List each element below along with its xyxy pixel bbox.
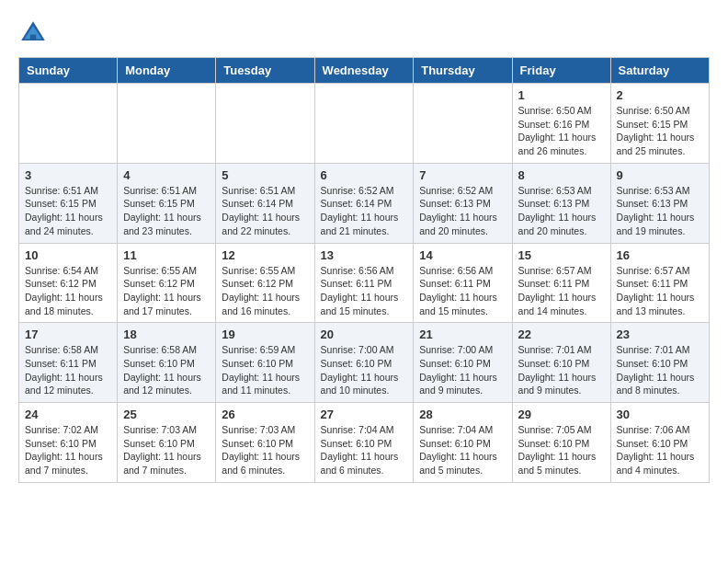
day-number: 1	[518, 88, 605, 102]
calendar-cell: 21Sunrise: 7:00 AM Sunset: 6:10 PM Dayli…	[414, 323, 512, 403]
day-number: 30	[617, 408, 703, 421]
day-info: Sunrise: 7:04 AM Sunset: 6:10 PM Dayligh…	[321, 423, 408, 477]
calendar-cell: 10Sunrise: 6:54 AM Sunset: 6:12 PM Dayli…	[19, 243, 118, 323]
calendar-cell: 7Sunrise: 6:52 AM Sunset: 6:13 PM Daylig…	[414, 163, 512, 243]
day-number: 25	[123, 408, 210, 421]
day-number: 26	[222, 408, 308, 421]
day-number: 9	[617, 168, 703, 182]
day-info: Sunrise: 7:03 AM Sunset: 6:10 PM Dayligh…	[222, 423, 308, 477]
calendar-week-row: 1Sunrise: 6:50 AM Sunset: 6:16 PM Daylig…	[19, 84, 710, 164]
day-info: Sunrise: 6:59 AM Sunset: 6:10 PM Dayligh…	[222, 343, 308, 397]
day-number: 5	[222, 168, 308, 182]
day-number: 18	[123, 327, 210, 341]
calendar-cell: 27Sunrise: 7:04 AM Sunset: 6:10 PM Dayli…	[314, 403, 414, 483]
day-info: Sunrise: 7:00 AM Sunset: 6:10 PM Dayligh…	[419, 343, 506, 397]
day-info: Sunrise: 7:02 AM Sunset: 6:10 PM Dayligh…	[25, 423, 111, 477]
calendar-cell: 1Sunrise: 6:50 AM Sunset: 6:16 PM Daylig…	[512, 84, 610, 164]
calendar-cell	[118, 84, 216, 164]
day-info: Sunrise: 6:51 AM Sunset: 6:14 PM Dayligh…	[222, 184, 308, 238]
logo	[18, 18, 51, 48]
calendar-cell	[216, 84, 314, 164]
day-info: Sunrise: 6:56 AM Sunset: 6:11 PM Dayligh…	[321, 264, 408, 318]
weekday-header: Wednesday	[314, 58, 414, 84]
day-info: Sunrise: 7:00 AM Sunset: 6:10 PM Dayligh…	[321, 343, 408, 397]
day-info: Sunrise: 6:52 AM Sunset: 6:13 PM Dayligh…	[419, 184, 506, 238]
day-info: Sunrise: 6:55 AM Sunset: 6:12 PM Dayligh…	[123, 264, 210, 318]
calendar-cell: 5Sunrise: 6:51 AM Sunset: 6:14 PM Daylig…	[216, 163, 314, 243]
day-info: Sunrise: 6:54 AM Sunset: 6:12 PM Dayligh…	[25, 264, 111, 318]
calendar-cell: 26Sunrise: 7:03 AM Sunset: 6:10 PM Dayli…	[216, 403, 314, 483]
calendar-cell: 28Sunrise: 7:04 AM Sunset: 6:10 PM Dayli…	[414, 403, 512, 483]
day-number: 15	[518, 248, 605, 262]
calendar-cell: 6Sunrise: 6:52 AM Sunset: 6:14 PM Daylig…	[314, 163, 414, 243]
day-number: 2	[617, 88, 703, 102]
calendar-cell: 3Sunrise: 6:51 AM Sunset: 6:15 PM Daylig…	[19, 163, 118, 243]
weekday-header: Monday	[118, 58, 216, 84]
page-header	[18, 18, 710, 48]
day-info: Sunrise: 6:52 AM Sunset: 6:14 PM Dayligh…	[321, 184, 408, 238]
day-number: 23	[617, 327, 703, 341]
day-number: 14	[419, 248, 506, 262]
day-number: 7	[419, 168, 506, 182]
day-number: 28	[419, 408, 506, 421]
day-info: Sunrise: 6:51 AM Sunset: 6:15 PM Dayligh…	[123, 184, 210, 238]
day-number: 11	[123, 248, 210, 262]
day-info: Sunrise: 6:58 AM Sunset: 6:11 PM Dayligh…	[25, 343, 111, 397]
day-info: Sunrise: 6:55 AM Sunset: 6:12 PM Dayligh…	[222, 264, 308, 318]
day-number: 4	[123, 168, 210, 182]
calendar-cell: 16Sunrise: 6:57 AM Sunset: 6:11 PM Dayli…	[610, 243, 709, 323]
day-info: Sunrise: 6:57 AM Sunset: 6:11 PM Dayligh…	[518, 264, 605, 318]
weekday-header: Saturday	[610, 58, 709, 84]
calendar-cell: 17Sunrise: 6:58 AM Sunset: 6:11 PM Dayli…	[19, 323, 118, 403]
day-info: Sunrise: 6:51 AM Sunset: 6:15 PM Dayligh…	[25, 184, 111, 238]
day-number: 27	[321, 408, 408, 421]
calendar-cell: 23Sunrise: 7:01 AM Sunset: 6:10 PM Dayli…	[610, 323, 709, 403]
calendar-header-row: SundayMondayTuesdayWednesdayThursdayFrid…	[19, 58, 710, 84]
day-number: 3	[25, 168, 111, 182]
calendar-cell	[414, 84, 512, 164]
calendar-cell: 25Sunrise: 7:03 AM Sunset: 6:10 PM Dayli…	[118, 403, 216, 483]
day-number: 6	[321, 168, 408, 182]
svg-rect-2	[30, 35, 36, 40]
day-info: Sunrise: 6:50 AM Sunset: 6:15 PM Dayligh…	[617, 104, 703, 158]
day-number: 16	[617, 248, 703, 262]
day-info: Sunrise: 7:04 AM Sunset: 6:10 PM Dayligh…	[419, 423, 506, 477]
weekday-header: Sunday	[19, 58, 118, 84]
calendar-cell: 20Sunrise: 7:00 AM Sunset: 6:10 PM Dayli…	[314, 323, 414, 403]
weekday-header: Tuesday	[216, 58, 314, 84]
day-info: Sunrise: 7:03 AM Sunset: 6:10 PM Dayligh…	[123, 423, 210, 477]
calendar-cell: 4Sunrise: 6:51 AM Sunset: 6:15 PM Daylig…	[118, 163, 216, 243]
day-number: 24	[25, 408, 111, 421]
day-info: Sunrise: 7:05 AM Sunset: 6:10 PM Dayligh…	[518, 423, 605, 477]
day-info: Sunrise: 7:01 AM Sunset: 6:10 PM Dayligh…	[518, 343, 605, 397]
weekday-header: Friday	[512, 58, 610, 84]
day-number: 13	[321, 248, 408, 262]
calendar-week-row: 24Sunrise: 7:02 AM Sunset: 6:10 PM Dayli…	[19, 403, 710, 483]
day-number: 29	[518, 408, 605, 421]
calendar-cell: 19Sunrise: 6:59 AM Sunset: 6:10 PM Dayli…	[216, 323, 314, 403]
day-info: Sunrise: 6:56 AM Sunset: 6:11 PM Dayligh…	[419, 264, 506, 318]
day-info: Sunrise: 6:50 AM Sunset: 6:16 PM Dayligh…	[518, 104, 605, 158]
calendar-cell: 14Sunrise: 6:56 AM Sunset: 6:11 PM Dayli…	[414, 243, 512, 323]
day-info: Sunrise: 7:01 AM Sunset: 6:10 PM Dayligh…	[617, 343, 703, 397]
calendar-cell: 8Sunrise: 6:53 AM Sunset: 6:13 PM Daylig…	[512, 163, 610, 243]
calendar-cell: 11Sunrise: 6:55 AM Sunset: 6:12 PM Dayli…	[118, 243, 216, 323]
day-info: Sunrise: 6:57 AM Sunset: 6:11 PM Dayligh…	[617, 264, 703, 318]
day-number: 19	[222, 327, 308, 341]
calendar-cell: 12Sunrise: 6:55 AM Sunset: 6:12 PM Dayli…	[216, 243, 314, 323]
calendar-table: SundayMondayTuesdayWednesdayThursdayFrid…	[18, 57, 710, 483]
calendar-cell: 2Sunrise: 6:50 AM Sunset: 6:15 PM Daylig…	[610, 84, 709, 164]
day-number: 21	[419, 327, 506, 341]
day-info: Sunrise: 6:53 AM Sunset: 6:13 PM Dayligh…	[518, 184, 605, 238]
day-info: Sunrise: 6:58 AM Sunset: 6:10 PM Dayligh…	[123, 343, 210, 397]
day-number: 12	[222, 248, 308, 262]
day-number: 17	[25, 327, 111, 341]
day-number: 8	[518, 168, 605, 182]
calendar-cell: 18Sunrise: 6:58 AM Sunset: 6:10 PM Dayli…	[118, 323, 216, 403]
calendar-week-row: 3Sunrise: 6:51 AM Sunset: 6:15 PM Daylig…	[19, 163, 710, 243]
calendar-cell: 22Sunrise: 7:01 AM Sunset: 6:10 PM Dayli…	[512, 323, 610, 403]
calendar-cell	[314, 84, 414, 164]
calendar-cell: 9Sunrise: 6:53 AM Sunset: 6:13 PM Daylig…	[610, 163, 709, 243]
logo-icon	[18, 18, 48, 48]
weekday-header: Thursday	[414, 58, 512, 84]
